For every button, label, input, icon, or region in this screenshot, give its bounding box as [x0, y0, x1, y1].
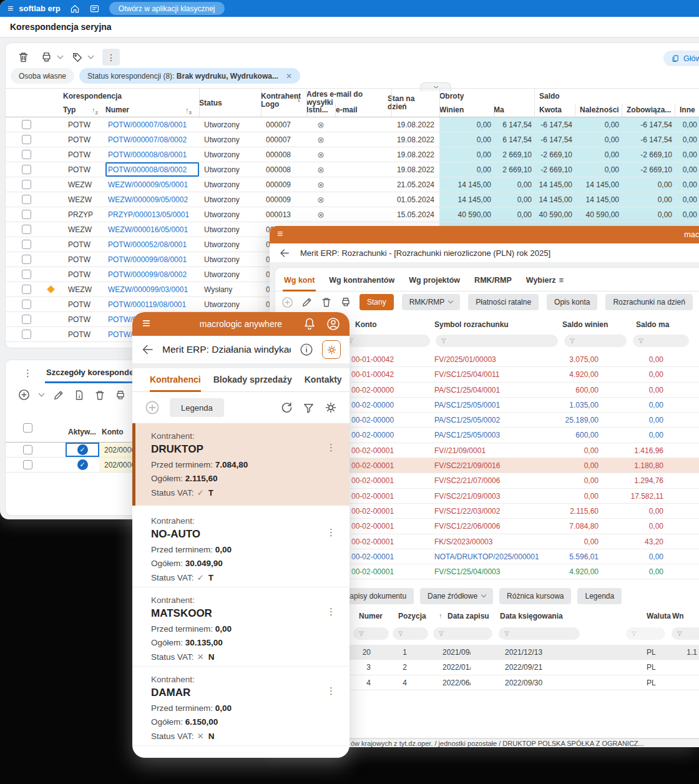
correspondence-number-link[interactable]: POTW/000099/08/0001	[108, 255, 187, 264]
correspondence-number-link[interactable]: PRZYP/000013/05/0001	[108, 210, 189, 219]
col-wn[interactable]: Wn	[672, 612, 684, 620]
col-stan-na-dzien[interactable]: Stan na dzień	[388, 95, 420, 111]
cell-symbol[interactable]: FV/SC1/22/03/0002	[415, 504, 540, 518]
row-checkbox[interactable]	[22, 165, 31, 174]
chip-osoba[interactable]: Osoba własne	[11, 68, 74, 84]
col-korespondencja[interactable]: Korespondencja	[63, 92, 122, 100]
col-numer[interactable]: Numer	[105, 106, 129, 114]
document-action-button[interactable]: Dane źródłowe	[420, 588, 493, 604]
correspondence-row[interactable]: POTW POTW/000008/08/0002 Utworzony 00000…	[6, 162, 699, 177]
cell-symbol[interactable]: FV/SC1/25/04/0003	[415, 564, 540, 579]
home-icon[interactable]	[70, 4, 80, 14]
tag-icon[interactable]	[72, 52, 83, 63]
col-istnieje[interactable]: Istni...	[306, 106, 328, 114]
roz-action-button[interactable]: Płatności ratalne	[468, 294, 539, 310]
settlement-row[interactable]: 00-02-00001 FK/S/2023/00003 0,00 43,20	[345, 534, 699, 549]
row-checkbox[interactable]	[22, 300, 31, 309]
col-pozycja[interactable]: Pozycja	[398, 612, 426, 620]
card-menu-icon[interactable]: ⋮	[326, 606, 336, 617]
col-typ[interactable]: Typ	[63, 106, 76, 114]
correspondence-number-link[interactable]: POTW/000007/08/0002	[108, 135, 187, 144]
filter-input[interactable]	[564, 335, 627, 347]
cell-symbol[interactable]: PA/SC1/25/04/0001	[415, 383, 540, 397]
row-checkbox[interactable]	[22, 210, 31, 219]
cell-symbol[interactable]: FV/SC2/21/09/0016	[415, 458, 540, 473]
more-actions-button[interactable]: ⋮	[102, 49, 120, 66]
roz-action-button[interactable]: RMK/RMP	[402, 294, 461, 310]
correspondence-number-link[interactable]: POTW/000007/08/0001	[108, 120, 187, 129]
row-checkbox[interactable]	[23, 460, 32, 469]
print-icon[interactable]	[340, 296, 351, 308]
add-icon[interactable]	[18, 389, 30, 401]
settlement-row[interactable]: 00-01-00042 FV/SC1/25/04/0011 4.920,00 0…	[345, 367, 699, 382]
delete-icon[interactable]	[94, 390, 105, 401]
roz-action-button[interactable]: Opis konta	[547, 294, 597, 310]
cell-symbol[interactable]: FV/SC1/22/06/0006	[415, 519, 540, 533]
col-saldo-ma[interactable]: Saldo ma	[636, 320, 669, 329]
open-classic-app-button[interactable]: Otwórz w aplikacji klasycznej	[109, 2, 225, 15]
settlement-row[interactable]: 00-02-00001 FV//21/09/0001 0,00 1.416,96	[345, 443, 699, 458]
hamburger-menu-icon[interactable]: ≡	[277, 229, 283, 239]
col-data-ksiegowania[interactable]: Data księgowania	[500, 612, 563, 620]
correspondence-number-link[interactable]: POTW/000099/08/0002	[108, 270, 187, 279]
print-icon[interactable]	[41, 51, 52, 63]
document-action-button[interactable]: Legenda	[577, 588, 622, 604]
col-aktywna[interactable]: Aktyw...	[68, 428, 96, 436]
correspondence-row[interactable]: POTW POTW/000007/08/0001 Utworzony 00000…	[6, 117, 699, 132]
info-icon[interactable]	[300, 343, 313, 356]
row-checkbox[interactable]	[22, 315, 31, 324]
select-all-checkbox[interactable]	[23, 423, 32, 433]
row-checkbox[interactable]	[22, 285, 31, 294]
settlement-row[interactable]: 00-02-00001 FV/SC2/21/09/0003 0,00 17.58…	[345, 489, 699, 504]
col-data-zapisu[interactable]: Data zapisu	[447, 612, 489, 620]
settlement-row[interactable]: 00-02-00001 FV/SC1/25/04/0003 4.920,00 0…	[345, 564, 699, 579]
roz-tab[interactable]: Wybierz≡	[525, 276, 565, 292]
refresh-icon[interactable]	[280, 401, 293, 414]
document-action-button[interactable]: Różnica kursowa	[499, 588, 571, 604]
correspondence-row[interactable]: WEZW WEZW/000009/05/0002 Utworzony 00000…	[6, 192, 699, 207]
roz-action-button[interactable]: Rozrachunki na dzień	[605, 294, 692, 310]
col-obroty[interactable]: Obroty	[439, 92, 464, 100]
card-menu-icon[interactable]: ⋮	[326, 527, 336, 538]
contractor-card[interactable]: Kontrahent: DRUKTOP Przed terminem: 7.08…	[132, 423, 350, 506]
row-checkbox[interactable]	[22, 120, 31, 129]
cell-symbol[interactable]: PA/SC1/25/05/0003	[415, 428, 540, 442]
phone-tab[interactable]: Blokady sprzedaży	[213, 375, 292, 392]
row-checkbox[interactable]	[22, 180, 31, 189]
add-icon[interactable]	[281, 296, 293, 308]
correspondence-row[interactable]: PRZYP PRZYP/000013/05/0001 Utworzony 000…	[6, 207, 699, 222]
roz-tab[interactable]: Wg projektów≡	[408, 276, 461, 292]
filter-input[interactable]	[353, 627, 389, 640]
filter-input[interactable]	[626, 627, 665, 640]
panel-menu-icon[interactable]: ⋮	[23, 368, 32, 379]
settings-gear-icon[interactable]	[325, 401, 337, 414]
delete-icon[interactable]	[321, 296, 332, 308]
settlement-row[interactable]: 00-02-00000 PA/SC1/25/05/0002 25.189,00 …	[345, 413, 699, 428]
col-inne[interactable]: Inne	[680, 106, 695, 114]
settlement-row[interactable]: 00-02-00000 PA/SC1/25/05/0003 600,00 0,0…	[345, 428, 699, 443]
contractor-card[interactable]: Kontrahent: DAMAR Przed terminem: 0,00 O…	[132, 667, 350, 746]
cell-symbol[interactable]: NOTA/DRUKTOP/2025/000001	[415, 549, 540, 564]
col-adres-email[interactable]: Adres e-mail do wysyłki	[306, 91, 365, 107]
filter-input[interactable]	[499, 627, 580, 640]
add-chevron-icon[interactable]	[39, 391, 45, 397]
correspondence-number-link[interactable]: POTW/000008/08/0002	[108, 165, 187, 174]
chip-remove-icon[interactable]: ✕	[286, 72, 292, 81]
delete-icon[interactable]	[17, 51, 29, 63]
row-checkbox[interactable]	[22, 150, 31, 159]
cell-symbol[interactable]: FK/S/2023/00003	[415, 534, 540, 549]
hamburger-menu-icon[interactable]: ≡	[7, 4, 13, 14]
filter-input[interactable]	[343, 335, 430, 347]
roz-tab[interactable]: Wg kontrahentów≡	[328, 276, 396, 292]
filter-input[interactable]	[433, 627, 492, 640]
settlement-row[interactable]: 00-02-00001 FV/SC2/21/07/0006 0,00 1.294…	[345, 473, 699, 488]
roz-action-button[interactable]: Stany	[359, 294, 394, 310]
phone-tab[interactable]: Kontakty	[305, 375, 342, 392]
settlement-row[interactable]: 00-01-00042 FV/2025/01/00003 3.075,00 0,…	[345, 352, 699, 367]
col-status[interactable]: Status	[199, 99, 222, 107]
theme-sun-button[interactable]	[322, 340, 341, 359]
print-chevron-icon[interactable]	[57, 53, 64, 59]
col-konto[interactable]: Konto	[355, 320, 377, 329]
col-symbol-rozrachunku[interactable]: Symbol rozrachunku	[434, 320, 509, 329]
add-icon[interactable]	[145, 400, 160, 415]
